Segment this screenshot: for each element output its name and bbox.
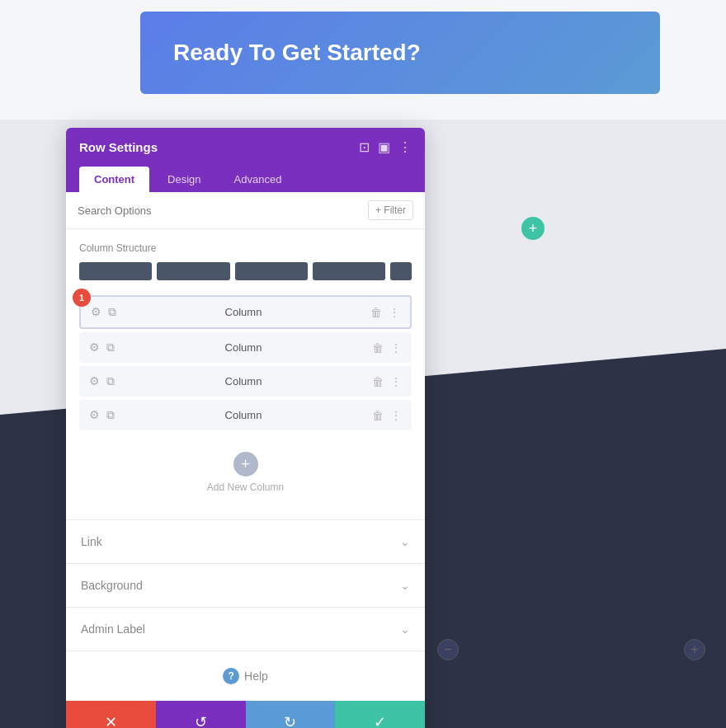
settings-icon[interactable]: ⚙ — [89, 374, 100, 388]
collapse-button[interactable]: − — [437, 639, 459, 660]
chevron-down-icon: ⌄ — [400, 622, 410, 636]
add-column-label: Add New Column — [207, 481, 284, 493]
canvas-add-button[interactable]: + — [521, 217, 544, 240]
row-settings-panel: Row Settings ⊡ ▣ ⋮ Content Design Advanc… — [66, 128, 425, 728]
row-badge: 1 — [73, 289, 91, 307]
settings-icon[interactable]: ⚙ — [89, 408, 100, 422]
col-block-1 — [79, 262, 152, 280]
col-block-2 — [157, 262, 229, 280]
column-structure-label: Column Structure — [79, 242, 412, 254]
table-row: ⚙ ⧉ Column 🗑 ⋮ — [79, 332, 412, 363]
table-row: 1 ⚙ ⧉ Column 🗑 ⋮ — [79, 295, 412, 329]
delete-icon[interactable]: 🗑 — [372, 409, 384, 422]
more-icon[interactable]: ⋮ — [389, 306, 400, 319]
chevron-down-icon: ⌄ — [400, 535, 410, 548]
column-label-2: Column — [115, 341, 372, 354]
column-rows: 1 ⚙ ⧉ Column 🗑 ⋮ ⚙ ⧉ Column — [79, 295, 412, 430]
cancel-button[interactable]: ✕ — [66, 701, 156, 728]
redo-button[interactable]: ↻ — [246, 701, 336, 728]
row-left-icons: ⚙ ⧉ — [91, 305, 116, 319]
panel-tabs: Content Design Advanced — [66, 167, 425, 192]
row-right-icons: 🗑 ⋮ — [372, 409, 402, 422]
column-label-1: Column — [116, 306, 370, 318]
col-structure-select[interactable] — [390, 262, 412, 280]
more-icon[interactable]: ⋮ — [390, 409, 402, 422]
help-label: Help — [244, 669, 268, 683]
background-label: Background — [81, 579, 143, 592]
tab-advanced[interactable]: Advanced — [219, 167, 297, 192]
action-bar: ✕ ↺ ↻ ✓ — [66, 701, 425, 728]
admin-label-text: Admin Label — [81, 622, 145, 636]
filter-button[interactable]: + Filter — [368, 200, 413, 220]
more-options-icon[interactable]: ⋮ — [398, 139, 412, 155]
table-row: ⚙ ⧉ Column 🗑 ⋮ — [79, 400, 412, 430]
link-section[interactable]: Link ⌄ — [66, 520, 425, 564]
tab-design[interactable]: Design — [153, 167, 215, 192]
add-new-column-button[interactable]: + Add New Column — [79, 444, 412, 506]
undo-button[interactable]: ↺ — [156, 701, 246, 728]
banner-title: Ready To Get Started? — [173, 40, 421, 66]
tab-content[interactable]: Content — [79, 167, 149, 192]
panel-title: Row Settings — [79, 140, 158, 154]
row-right-icons: 🗑 ⋮ — [372, 375, 402, 388]
help-section[interactable]: ? Help — [66, 651, 425, 701]
more-icon[interactable]: ⋮ — [390, 375, 402, 388]
fullscreen-icon[interactable]: ⊡ — [359, 139, 370, 155]
panel-header-icons: ⊡ ▣ ⋮ — [359, 139, 412, 155]
row-right-icons: 🗑 ⋮ — [372, 341, 402, 355]
admin-label-section[interactable]: Admin Label ⌄ — [66, 608, 425, 651]
dark-add-button[interactable]: + — [684, 639, 705, 660]
column-label-4: Column — [115, 409, 372, 421]
search-input[interactable] — [78, 204, 361, 217]
chevron-down-icon: ⌄ — [400, 579, 410, 592]
background-section[interactable]: Background ⌄ — [66, 564, 425, 608]
save-button[interactable]: ✓ — [335, 701, 425, 728]
row-left-icons: ⚙ ⧉ — [89, 341, 115, 355]
col-block-3 — [235, 262, 308, 280]
delete-icon[interactable]: 🗑 — [372, 341, 384, 355]
settings-icon[interactable]: ⚙ — [89, 341, 100, 355]
copy-icon[interactable]: ⧉ — [108, 305, 116, 319]
row-left-icons: ⚙ ⧉ — [89, 408, 115, 422]
delete-icon[interactable]: 🗑 — [370, 306, 382, 319]
settings-icon[interactable]: ⚙ — [91, 305, 101, 319]
search-bar: + Filter — [66, 192, 425, 229]
more-icon[interactable]: ⋮ — [390, 341, 402, 355]
row-left-icons: ⚙ ⧉ — [89, 374, 115, 388]
row-right-icons: 🗑 ⋮ — [370, 306, 400, 319]
link-label: Link — [81, 535, 102, 548]
add-column-plus-icon: + — [233, 452, 258, 477]
column-label-3: Column — [115, 375, 372, 387]
column-structure — [79, 262, 412, 280]
sidebar-icon[interactable]: ▣ — [378, 139, 390, 155]
col-block-4 — [313, 262, 385, 280]
copy-icon[interactable]: ⧉ — [106, 408, 115, 422]
panel-body: Column Structure 1 ⚙ ⧉ Column 🗑 ⋮ — [66, 229, 425, 519]
table-row: ⚙ ⧉ Column 🗑 ⋮ — [79, 366, 412, 397]
delete-icon[interactable]: 🗑 — [372, 375, 384, 388]
panel-header: Row Settings ⊡ ▣ ⋮ — [66, 128, 425, 167]
copy-icon[interactable]: ⧉ — [106, 374, 115, 388]
banner: Ready To Get Started? — [140, 12, 660, 94]
copy-icon[interactable]: ⧉ — [106, 341, 115, 355]
help-icon: ? — [223, 668, 239, 684]
collapsible-sections: Link ⌄ Background ⌄ Admin Label ⌄ — [66, 519, 425, 651]
